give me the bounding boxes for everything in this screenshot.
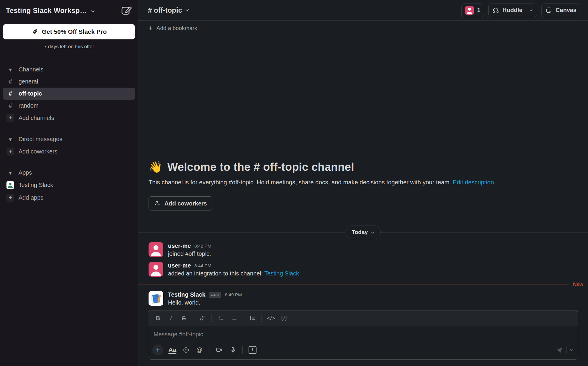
huddle-button[interactable]: Huddle: [488, 4, 537, 17]
plus-icon: +: [6, 114, 14, 122]
wave-emoji: 👋: [149, 161, 163, 173]
show-formatting-button[interactable]: Aa: [166, 344, 179, 356]
bulleted-list-button[interactable]: [228, 312, 240, 324]
formatting-toolbar: B I S 12: [148, 310, 578, 326]
mention-button[interactable]: @: [193, 344, 206, 356]
app-avatar[interactable]: [149, 291, 163, 306]
workspace-header: Testing Slack Worksp…: [0, 0, 138, 20]
sidebar-item-testing-slack-app[interactable]: Testing Slack: [3, 179, 135, 191]
main-panel: # off-topic 1 Huddle: [138, 0, 588, 366]
integration-link[interactable]: Testing Slack: [264, 270, 299, 277]
italic-button[interactable]: I: [165, 312, 177, 324]
chevron-down-icon: [90, 9, 95, 14]
welcome-title-text: Welcome to the # off-topic channel: [167, 161, 354, 173]
message-row: Testing Slack APP 8:49 PM Hello, world.: [138, 288, 588, 308]
plus-icon: +: [6, 194, 14, 202]
ordered-list-button[interactable]: 12: [215, 312, 227, 324]
toolbar-divider: [261, 314, 262, 322]
channel-title-button[interactable]: # off-topic: [148, 6, 189, 14]
code-button[interactable]: </>: [265, 312, 277, 324]
avatar[interactable]: [149, 242, 163, 257]
promo-upgrade-button[interactable]: Get 50% Off Slack Pro: [3, 24, 135, 39]
timestamp[interactable]: 8:49 PM: [225, 292, 242, 298]
avatar[interactable]: [149, 262, 163, 277]
message-content: user-me 8:42 PM joined #off-topic.: [168, 242, 211, 257]
toolbar-divider: [242, 346, 243, 354]
message-text: Hello, world.: [168, 299, 242, 306]
message-content: Testing Slack APP 8:49 PM Hello, world.: [168, 291, 242, 306]
sidebar-nav: ▾ Channels # general # off-topic # rando…: [0, 55, 138, 204]
canvas-label: Canvas: [556, 7, 577, 14]
toolbar-divider: [211, 314, 212, 322]
add-coworkers-button[interactable]: Add coworkers: [149, 196, 212, 210]
channel-label: random: [19, 102, 39, 109]
send-button[interactable]: [555, 346, 563, 354]
chevron-down-icon: [185, 8, 189, 12]
video-clip-button[interactable]: [213, 344, 225, 356]
strikethrough-button[interactable]: S: [178, 312, 190, 324]
members-button[interactable]: 1: [461, 4, 484, 17]
message-row: user-me 8:44 PM added an integration to …: [138, 259, 588, 279]
section-header-direct-messages[interactable]: ▾ Direct messages: [3, 133, 135, 145]
composer-action-bar: + Aa @ /: [148, 343, 578, 359]
message-row: user-me 8:42 PM joined #off-topic.: [138, 239, 588, 259]
edit-description-link[interactable]: Edit description: [453, 179, 494, 185]
app-badge: APP: [209, 292, 221, 298]
slash-commands-button[interactable]: /: [246, 344, 259, 356]
new-label: New: [569, 282, 588, 288]
caret-down-icon: ▾: [6, 169, 14, 176]
blockquote-button[interactable]: [246, 312, 259, 324]
sidebar-item-random[interactable]: # random: [3, 100, 135, 112]
add-bookmark-label: Add a bookmark: [156, 25, 197, 31]
author-name[interactable]: user-me: [168, 243, 191, 249]
channel-label: off-topic: [19, 90, 42, 97]
hash-icon: #: [6, 78, 14, 85]
description-text: This channel is for everything #off-topi…: [149, 179, 453, 185]
workspace-switcher[interactable]: Testing Slack Worksp…: [6, 6, 95, 15]
sidebar: Testing Slack Worksp… Get 50% Off Slack …: [0, 0, 138, 366]
section-header-apps[interactable]: ▾ Apps: [3, 167, 135, 179]
add-coworkers-label: Add coworkers: [19, 148, 57, 155]
bold-button[interactable]: B: [152, 312, 164, 324]
add-bookmark-button[interactable]: + Add a bookmark: [138, 21, 588, 36]
date-label: Today: [352, 229, 368, 235]
emoji-button[interactable]: [180, 344, 192, 356]
plus-icon: +: [149, 24, 152, 32]
add-channels-button[interactable]: + Add channels: [3, 112, 135, 124]
canvas-button[interactable]: Canvas: [541, 4, 580, 17]
author-name[interactable]: Testing Slack: [168, 291, 205, 298]
message-header: Testing Slack APP 8:49 PM: [168, 291, 242, 298]
date-pill-button[interactable]: Today: [346, 225, 381, 239]
caret-down-icon: ▾: [6, 66, 14, 73]
message-text-part: added an integration to this channel:: [168, 270, 264, 277]
author-name[interactable]: user-me: [168, 262, 191, 269]
person-add-icon: [154, 200, 161, 207]
slash-icon: /: [249, 346, 256, 354]
attach-plus-button[interactable]: +: [152, 345, 163, 355]
chevron-down-icon[interactable]: [529, 8, 533, 12]
welcome-title: 👋 Welcome to the # off-topic channel: [149, 161, 578, 173]
new-message-button[interactable]: [119, 4, 133, 18]
add-coworkers-sidebar-button[interactable]: + Add coworkers: [3, 145, 135, 158]
caret-down-icon: ▾: [6, 136, 14, 143]
rocket-icon: [31, 28, 38, 35]
timestamp[interactable]: 8:42 PM: [194, 243, 211, 249]
button-divider: [526, 6, 526, 14]
member-avatar: [465, 6, 474, 15]
channel-welcome: 👋 Welcome to the # off-topic channel Thi…: [138, 161, 588, 210]
sidebar-item-general[interactable]: # general: [3, 76, 135, 88]
message-header: user-me 8:42 PM: [168, 243, 211, 249]
add-channels-label: Add channels: [19, 115, 54, 121]
app-avatar: [6, 181, 14, 189]
send-options-chevron[interactable]: [569, 348, 574, 352]
add-apps-button[interactable]: + Add apps: [3, 191, 135, 204]
code-block-button[interactable]: [278, 312, 290, 324]
section-header-channels[interactable]: ▾ Channels: [3, 63, 135, 76]
link-button[interactable]: [196, 312, 209, 324]
message-header: user-me 8:44 PM: [168, 262, 299, 269]
message-input[interactable]: Message #off-topic: [154, 331, 573, 339]
sidebar-item-off-topic[interactable]: # off-topic: [3, 88, 135, 100]
audio-clip-button[interactable]: [226, 344, 239, 356]
message-list: 👋 Welcome to the # off-topic channel Thi…: [138, 36, 588, 366]
timestamp[interactable]: 8:44 PM: [194, 263, 211, 268]
